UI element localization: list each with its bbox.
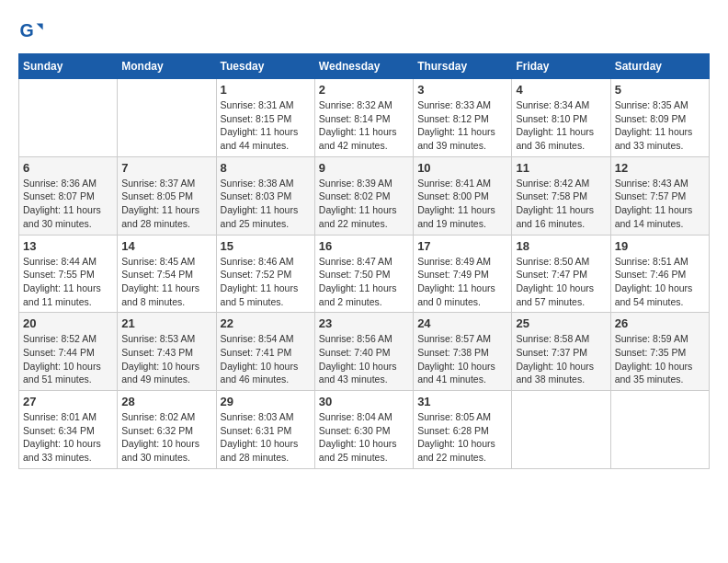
calendar-cell: 20 Sunrise: 8:52 AM Sunset: 7:44 PM Dayl… <box>19 313 118 391</box>
calendar-cell: 26 Sunrise: 8:59 AM Sunset: 7:35 PM Dayl… <box>610 313 709 391</box>
weekday-header: Tuesday <box>216 54 314 79</box>
day-number: 1 <box>221 83 311 97</box>
day-info: Sunrise: 8:33 AM Sunset: 8:12 PM Dayligh… <box>417 98 507 153</box>
day-number: 24 <box>417 316 507 330</box>
day-info: Sunrise: 8:51 AM Sunset: 7:46 PM Dayligh… <box>615 255 705 309</box>
day-info: Sunrise: 8:38 AM Sunset: 8:03 PM Dayligh… <box>221 177 311 231</box>
day-info: Sunrise: 8:43 AM Sunset: 7:57 PM Dayligh… <box>615 177 705 231</box>
calendar-cell: 2 Sunrise: 8:32 AM Sunset: 8:14 PM Dayli… <box>314 79 413 157</box>
day-info: Sunrise: 8:32 AM Sunset: 8:14 PM Dayligh… <box>319 98 409 153</box>
day-number: 27 <box>23 395 113 408</box>
calendar-cell: 17 Sunrise: 8:49 AM Sunset: 7:49 PM Dayl… <box>414 235 512 313</box>
calendar-cell: 8 Sunrise: 8:38 AM Sunset: 8:03 PM Dayli… <box>216 156 314 235</box>
day-info: Sunrise: 8:49 AM Sunset: 7:49 PM Dayligh… <box>417 255 507 309</box>
day-info: Sunrise: 8:59 AM Sunset: 7:35 PM Dayligh… <box>615 332 705 386</box>
day-number: 11 <box>516 161 606 175</box>
day-info: Sunrise: 8:45 AM Sunset: 7:54 PM Dayligh… <box>121 255 211 309</box>
calendar-cell <box>610 391 709 469</box>
day-number: 5 <box>615 83 705 97</box>
weekday-header: Sunday <box>19 54 118 79</box>
day-info: Sunrise: 8:36 AM Sunset: 8:07 PM Dayligh… <box>23 177 113 231</box>
day-number: 22 <box>221 316 311 330</box>
calendar-cell: 21 Sunrise: 8:53 AM Sunset: 7:43 PM Dayl… <box>118 313 216 391</box>
calendar-cell: 10 Sunrise: 8:41 AM Sunset: 8:00 PM Dayl… <box>414 156 512 235</box>
day-info: Sunrise: 8:03 AM Sunset: 6:31 PM Dayligh… <box>221 410 311 465</box>
day-info: Sunrise: 8:58 AM Sunset: 7:37 PM Dayligh… <box>516 332 606 386</box>
calendar-cell: 23 Sunrise: 8:56 AM Sunset: 7:40 PM Dayl… <box>314 313 413 391</box>
calendar-week-row: 6 Sunrise: 8:36 AM Sunset: 8:07 PM Dayli… <box>19 156 710 235</box>
calendar-cell: 6 Sunrise: 8:36 AM Sunset: 8:07 PM Dayli… <box>19 156 118 235</box>
day-number: 19 <box>615 239 705 253</box>
calendar-table: SundayMondayTuesdayWednesdayThursdayFrid… <box>18 53 710 469</box>
day-number: 16 <box>319 239 409 253</box>
day-info: Sunrise: 8:34 AM Sunset: 8:10 PM Dayligh… <box>516 98 606 153</box>
calendar-cell: 14 Sunrise: 8:45 AM Sunset: 7:54 PM Dayl… <box>118 235 216 313</box>
weekday-header: Friday <box>512 54 610 79</box>
day-number: 25 <box>516 316 606 330</box>
calendar-cell: 3 Sunrise: 8:33 AM Sunset: 8:12 PM Dayli… <box>414 79 512 157</box>
calendar-cell <box>19 79 118 157</box>
calendar-cell: 16 Sunrise: 8:47 AM Sunset: 7:50 PM Dayl… <box>314 235 413 313</box>
calendar-cell: 22 Sunrise: 8:54 AM Sunset: 7:41 PM Dayl… <box>216 313 314 391</box>
day-info: Sunrise: 8:46 AM Sunset: 7:52 PM Dayligh… <box>221 255 311 309</box>
calendar-week-row: 20 Sunrise: 8:52 AM Sunset: 7:44 PM Dayl… <box>19 313 710 391</box>
day-number: 30 <box>319 395 409 408</box>
calendar-week-row: 13 Sunrise: 8:44 AM Sunset: 7:55 PM Dayl… <box>19 235 710 313</box>
calendar-cell: 19 Sunrise: 8:51 AM Sunset: 7:46 PM Dayl… <box>610 235 709 313</box>
day-info: Sunrise: 8:56 AM Sunset: 7:40 PM Dayligh… <box>319 332 409 386</box>
day-info: Sunrise: 8:04 AM Sunset: 6:30 PM Dayligh… <box>319 410 409 465</box>
day-info: Sunrise: 8:01 AM Sunset: 6:34 PM Dayligh… <box>23 410 113 465</box>
calendar-cell: 31 Sunrise: 8:05 AM Sunset: 6:28 PM Dayl… <box>414 391 512 469</box>
day-number: 9 <box>319 161 409 175</box>
calendar-cell: 4 Sunrise: 8:34 AM Sunset: 8:10 PM Dayli… <box>512 79 610 157</box>
calendar-cell: 1 Sunrise: 8:31 AM Sunset: 8:15 PM Dayli… <box>216 79 314 157</box>
day-number: 4 <box>516 83 606 97</box>
day-number: 21 <box>121 316 211 330</box>
day-number: 12 <box>615 161 705 175</box>
day-number: 26 <box>615 316 705 330</box>
calendar-cell: 7 Sunrise: 8:37 AM Sunset: 8:05 PM Dayli… <box>118 156 216 235</box>
calendar-cell: 30 Sunrise: 8:04 AM Sunset: 6:30 PM Dayl… <box>314 391 413 469</box>
day-number: 18 <box>516 239 606 253</box>
day-info: Sunrise: 8:37 AM Sunset: 8:05 PM Dayligh… <box>121 177 211 231</box>
day-info: Sunrise: 8:35 AM Sunset: 8:09 PM Dayligh… <box>615 98 705 153</box>
calendar-cell: 13 Sunrise: 8:44 AM Sunset: 7:55 PM Dayl… <box>19 235 118 313</box>
calendar-cell: 15 Sunrise: 8:46 AM Sunset: 7:52 PM Dayl… <box>216 235 314 313</box>
svg-marker-1 <box>37 24 43 30</box>
day-number: 2 <box>319 83 409 97</box>
day-info: Sunrise: 8:05 AM Sunset: 6:28 PM Dayligh… <box>417 410 507 465</box>
weekday-header-row: SundayMondayTuesdayWednesdayThursdayFrid… <box>19 54 710 79</box>
day-number: 15 <box>221 239 311 253</box>
day-info: Sunrise: 8:47 AM Sunset: 7:50 PM Dayligh… <box>319 255 409 309</box>
calendar-cell: 24 Sunrise: 8:57 AM Sunset: 7:38 PM Dayl… <box>414 313 512 391</box>
calendar-cell: 9 Sunrise: 8:39 AM Sunset: 8:02 PM Dayli… <box>314 156 413 235</box>
weekday-header: Wednesday <box>314 54 413 79</box>
day-info: Sunrise: 8:52 AM Sunset: 7:44 PM Dayligh… <box>23 332 113 386</box>
weekday-header: Saturday <box>610 54 709 79</box>
calendar-cell: 28 Sunrise: 8:02 AM Sunset: 6:32 PM Dayl… <box>118 391 216 469</box>
day-number: 31 <box>417 395 507 408</box>
logo: G <box>18 18 48 44</box>
day-number: 6 <box>23 161 113 175</box>
svg-text:G: G <box>19 20 33 40</box>
day-number: 8 <box>221 161 311 175</box>
day-info: Sunrise: 8:53 AM Sunset: 7:43 PM Dayligh… <box>121 332 211 386</box>
day-number: 13 <box>23 239 113 253</box>
day-info: Sunrise: 8:54 AM Sunset: 7:41 PM Dayligh… <box>221 332 311 386</box>
day-number: 3 <box>417 83 507 97</box>
calendar-cell: 5 Sunrise: 8:35 AM Sunset: 8:09 PM Dayli… <box>610 79 709 157</box>
logo-icon: G <box>18 18 44 44</box>
page-header: G <box>18 18 710 44</box>
calendar-week-row: 27 Sunrise: 8:01 AM Sunset: 6:34 PM Dayl… <box>19 391 710 469</box>
day-number: 23 <box>319 316 409 330</box>
weekday-header: Monday <box>118 54 216 79</box>
calendar-cell: 29 Sunrise: 8:03 AM Sunset: 6:31 PM Dayl… <box>216 391 314 469</box>
calendar-cell: 11 Sunrise: 8:42 AM Sunset: 7:58 PM Dayl… <box>512 156 610 235</box>
calendar-cell <box>512 391 610 469</box>
day-number: 14 <box>121 239 211 253</box>
day-info: Sunrise: 8:44 AM Sunset: 7:55 PM Dayligh… <box>23 255 113 309</box>
day-number: 20 <box>23 316 113 330</box>
day-number: 17 <box>417 239 507 253</box>
calendar-cell: 27 Sunrise: 8:01 AM Sunset: 6:34 PM Dayl… <box>19 391 118 469</box>
day-number: 10 <box>417 161 507 175</box>
